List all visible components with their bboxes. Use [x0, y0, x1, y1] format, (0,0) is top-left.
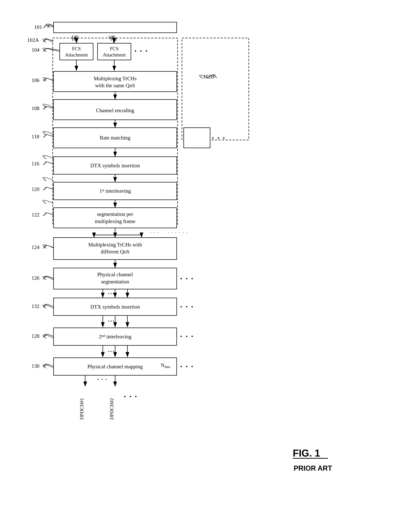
svg-rect-5 — [60, 43, 93, 60]
svg-text:FCS: FCS — [72, 46, 81, 51]
svg-text:100: 100 — [71, 34, 79, 40]
svg-text:with the same QoS: with the same QoS — [95, 82, 135, 89]
svg-text:Physical channel mapping: Physical channel mapping — [88, 364, 143, 369]
svg-text:• • •: • • • — [108, 319, 114, 323]
svg-text:• • •: • • • — [98, 377, 107, 382]
svg-text:118: 118 — [32, 134, 39, 139]
svg-text:DTX symbols insertion: DTX symbols insertion — [90, 163, 140, 169]
svg-text:multiplexing frame: multiplexing frame — [95, 218, 135, 224]
svg-text:Attachment: Attachment — [103, 52, 126, 58]
svg-text:PRIOR ART: PRIOR ART — [294, 464, 332, 472]
svg-text:106: 106 — [32, 77, 39, 83]
svg-text:• • •: • • • — [124, 393, 138, 400]
diagram-svg: FCS Attachment FCS Attachment • • • 100 … — [15, 12, 389, 495]
svg-text:130: 130 — [32, 363, 39, 369]
svg-text:DPDCH#2: DPDCH#2 — [109, 398, 114, 420]
svg-text:100: 100 — [71, 37, 78, 42]
svg-text:102B: 102B — [203, 74, 214, 80]
svg-text:DPDCH#1: DPDCH#1 — [79, 398, 85, 420]
svg-text:segmentation: segmentation — [101, 279, 129, 285]
svg-rect-50 — [54, 268, 177, 289]
svg-text:• • •: • • • — [180, 276, 194, 282]
svg-line-102 — [49, 24, 54, 26]
svg-rect-17 — [54, 100, 177, 120]
svg-text:· · ·: · · · — [150, 230, 160, 235]
svg-text:• • •: • • • — [180, 333, 194, 340]
svg-text:108: 108 — [32, 105, 39, 111]
svg-text:Multiplexing TrCHs with: Multiplexing TrCHs with — [88, 242, 142, 248]
svg-rect-21 — [184, 128, 210, 148]
svg-text:116: 116 — [32, 161, 39, 167]
svg-text:different QoS: different QoS — [101, 249, 130, 255]
svg-text:120: 120 — [32, 186, 39, 192]
svg-text:132: 132 — [32, 303, 39, 309]
page: FCS Attachment FCS Attachment • • • 100 … — [0, 0, 404, 532]
svg-text:128: 128 — [32, 333, 39, 339]
svg-text:126: 126 — [32, 275, 39, 281]
svg-text:• • •: • • • — [180, 363, 194, 370]
svg-text:FCS: FCS — [110, 46, 119, 51]
svg-text:104: 104 — [32, 47, 39, 53]
svg-text:2nd interleaving: 2nd interleaving — [99, 334, 131, 340]
svg-text:· · ·  · · ·: · · · · · · — [168, 230, 188, 235]
svg-text:Rate matching: Rate matching — [100, 135, 131, 141]
diagram-container: FCS Attachment FCS Attachment • • • 100 … — [15, 12, 389, 495]
svg-text:DTX symbols insertion: DTX symbols insertion — [90, 304, 140, 310]
svg-text:100: 100 — [110, 37, 117, 42]
svg-rect-46 — [54, 238, 177, 260]
svg-text:Physical channel: Physical channel — [97, 272, 133, 277]
svg-rect-25 — [54, 182, 177, 200]
svg-text:100: 100 — [108, 34, 115, 40]
svg-rect-3 — [53, 38, 177, 224]
svg-text:122: 122 — [32, 212, 39, 218]
svg-rect-58 — [54, 298, 177, 316]
svg-text:102A: 102A — [27, 37, 39, 43]
svg-text:Attachment: Attachment — [65, 52, 88, 58]
svg-text:• • •: • • • — [212, 135, 226, 141]
svg-rect-14 — [54, 71, 177, 92]
svg-rect-23 — [54, 157, 177, 174]
svg-text:Ndata: Ndata — [161, 362, 170, 368]
svg-text:101: 101 — [34, 24, 42, 30]
svg-rect-2 — [54, 22, 177, 33]
svg-text:• • •: • • • — [108, 291, 114, 296]
svg-rect-27 — [54, 208, 177, 228]
svg-text:124: 124 — [32, 244, 39, 250]
svg-text:Channel encoding: Channel encoding — [96, 108, 134, 113]
svg-text:• • •: • • • — [180, 304, 194, 310]
svg-rect-4 — [182, 38, 249, 140]
svg-text:segmentation per: segmentation per — [97, 211, 133, 217]
svg-text:• • •: • • • — [108, 349, 114, 354]
svg-text:1st interleaving: 1st interleaving — [100, 188, 131, 194]
svg-rect-72 — [54, 358, 177, 375]
svg-rect-8 — [98, 43, 131, 60]
svg-rect-19 — [54, 128, 177, 148]
svg-rect-65 — [54, 328, 177, 346]
svg-text:FIG. 1: FIG. 1 — [293, 448, 320, 459]
svg-text:• • •: • • • — [134, 48, 148, 54]
svg-text:Multiplexing TrCHs: Multiplexing TrCHs — [94, 76, 137, 82]
